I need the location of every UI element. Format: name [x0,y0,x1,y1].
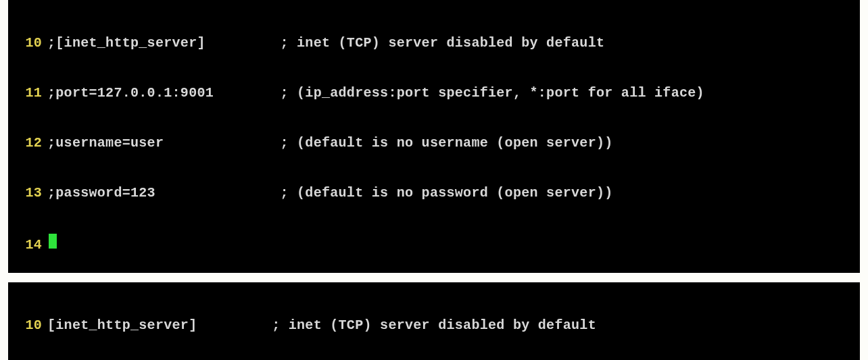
line-number: 10 [8,34,47,53]
code-text: ;password=123 ; (default is no password … [47,184,613,203]
cursor-icon [49,234,57,249]
code-line: 10 [inet_http_server] ; inet (TCP) serve… [8,316,860,335]
code-line: 10 ;[inet_http_server] ; inet (TCP) serv… [8,34,860,53]
code-text: ;port=127.0.0.1:9001 ; (ip_address:port … [47,84,704,103]
code-text: [inet_http_server] ; inet (TCP) server d… [47,316,596,335]
line-number: 10 [8,316,47,335]
code-line: 14 [8,234,860,255]
code-text: ;[inet_http_server] ; inet (TCP) server … [47,34,604,53]
line-number: 12 [8,134,47,153]
line-number: 14 [8,236,47,255]
code-text: ;username=user ; (default is no username… [47,134,613,153]
terminal-block-2: 10 [inet_http_server] ; inet (TCP) serve… [8,282,860,360]
code-line: 13 ;password=123 ; (default is no passwo… [8,184,860,203]
terminal-block-1: 10 ;[inet_http_server] ; inet (TCP) serv… [8,0,860,273]
code-line: 12 ;username=user ; (default is no usern… [8,134,860,153]
line-number: 11 [8,84,47,103]
line-number: 13 [8,184,47,203]
code-line: 11 ;port=127.0.0.1:9001 ; (ip_address:po… [8,84,860,103]
